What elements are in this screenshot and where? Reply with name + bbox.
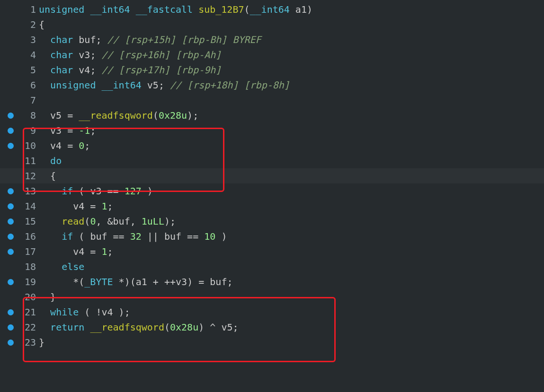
code-line-1[interactable]: 1unsigned __int64 __fastcall sub_12B7(__…: [0, 2, 544, 17]
code-text[interactable]: char v4; // [rsp+17h] [rbp-9h]: [39, 62, 221, 78]
breakpoint-icon[interactable]: [8, 188, 14, 194]
token-var: [39, 64, 50, 76]
breakpoint-icon[interactable]: [8, 309, 14, 315]
code-text[interactable]: do: [39, 153, 62, 168]
code-line-2[interactable]: 2{: [0, 17, 544, 32]
code-text[interactable]: v4 = 0;: [39, 138, 90, 153]
token-op: (: [153, 110, 159, 121]
code-text[interactable]: if ( v3 == 127 ): [39, 183, 153, 199]
breakpoint-gutter[interactable]: [0, 249, 21, 255]
code-line-8[interactable]: 8 v5 = __readfsqword(0x28u);: [0, 108, 544, 123]
code-line-10[interactable]: 10 v4 = 0;: [0, 138, 544, 153]
code-text[interactable]: v5 = __readfsqword(0x28u);: [39, 108, 198, 123]
code-text[interactable]: }: [39, 335, 45, 350]
token-var: v3: [79, 49, 90, 61]
breakpoint-icon[interactable]: [8, 203, 14, 209]
breakpoint-gutter[interactable]: [0, 143, 21, 149]
code-line-18[interactable]: 18 else: [0, 259, 544, 274]
breakpoint-gutter[interactable]: [0, 324, 21, 331]
code-line-15[interactable]: 15 read(0, &buf, 1uLL);: [0, 214, 544, 229]
code-line-9[interactable]: 9 v3 = -1;: [0, 123, 544, 138]
code-text[interactable]: return __readfsqword(0x28u) ^ v5;: [39, 320, 239, 335]
token-var: buf: [113, 216, 130, 227]
code-text[interactable]: {: [39, 168, 56, 183]
breakpoint-icon[interactable]: [8, 128, 14, 134]
code-line-12[interactable]: 12 {: [0, 168, 544, 183]
line-number: 16: [21, 229, 39, 244]
breakpoint-gutter[interactable]: [0, 309, 21, 315]
token-op: ,: [130, 216, 142, 227]
line-number: 5: [21, 62, 39, 78]
code-line-22[interactable]: 22 return __readfsqword(0x28u) ^ v5;: [0, 320, 544, 335]
code-line-13[interactable]: 13 if ( v3 == 127 ): [0, 183, 544, 199]
code-line-23[interactable]: 23}: [0, 335, 544, 350]
line-number: 13: [21, 183, 39, 199]
breakpoint-icon[interactable]: [8, 143, 14, 149]
breakpoint-gutter[interactable]: [0, 113, 21, 119]
line-number: 10: [21, 138, 39, 153]
code-text[interactable]: v3 = -1;: [39, 123, 96, 138]
code-text[interactable]: while ( !v4 );: [39, 305, 130, 320]
token-op: ;: [90, 125, 96, 136]
code-text[interactable]: v4 = 1;: [39, 244, 113, 259]
breakpoint-gutter[interactable]: [0, 234, 21, 240]
code-area[interactable]: 1unsigned __int64 __fastcall sub_12B7(__…: [0, 0, 544, 350]
token-op: ;: [84, 140, 90, 151]
token-var: v5 =: [39, 110, 79, 121]
code-line-4[interactable]: 4 char v3; // [rsp+16h] [rbp-Ah]: [0, 47, 544, 62]
token-kw: __int64: [90, 4, 135, 15]
token-fn: sub_12B7: [198, 4, 244, 15]
line-number: 12: [21, 168, 39, 183]
code-line-21[interactable]: 21 while ( !v4 );: [0, 305, 544, 320]
code-text[interactable]: unsigned __int64 v5; // [rsp+18h] [rbp-8…: [39, 78, 290, 93]
breakpoint-icon[interactable]: [8, 218, 14, 225]
breakpoint-icon[interactable]: [8, 249, 14, 255]
code-text[interactable]: char buf; // [rsp+15h] [rbp-Bh] BYREF: [39, 32, 261, 47]
code-line-16[interactable]: 16 if ( buf == 32 || buf == 10 ): [0, 229, 544, 244]
token-op: (: [73, 231, 90, 242]
breakpoint-gutter[interactable]: [0, 203, 21, 209]
code-line-7[interactable]: 7: [0, 93, 544, 108]
breakpoint-gutter[interactable]: [0, 128, 21, 134]
code-text[interactable]: unsigned __int64 __fastcall sub_12B7(__i…: [39, 2, 312, 17]
code-text[interactable]: read(0, &buf, 1uLL);: [39, 214, 176, 229]
code-line-11[interactable]: 11 do: [0, 153, 544, 168]
code-line-5[interactable]: 5 char v4; // [rsp+17h] [rbp-9h]: [0, 62, 544, 78]
breakpoint-icon[interactable]: [8, 324, 14, 331]
token-var: [39, 261, 62, 272]
breakpoint-icon[interactable]: [8, 234, 14, 240]
code-text[interactable]: char v3; // [rsp+16h] [rbp-Ah]: [39, 47, 221, 62]
breakpoint-icon[interactable]: [8, 279, 14, 285]
token-var: v4 =: [39, 246, 101, 257]
breakpoint-icon[interactable]: [8, 113, 14, 119]
token-num: 0: [90, 216, 96, 227]
breakpoint-gutter[interactable]: [0, 218, 21, 225]
line-number: 19: [21, 274, 39, 289]
code-text[interactable]: }: [39, 289, 56, 305]
code-text[interactable]: v4 = 1;: [39, 199, 113, 214]
code-line-6[interactable]: 6 unsigned __int64 v5; // [rsp+18h] [rbp…: [0, 78, 544, 93]
code-text[interactable]: else: [39, 259, 84, 274]
token-var: v3: [90, 185, 101, 197]
code-line-17[interactable]: 17 v4 = 1;: [0, 244, 544, 259]
token-var: v4 =: [39, 140, 79, 151]
breakpoint-icon[interactable]: [8, 340, 14, 346]
token-num: 1: [101, 200, 107, 212]
token-num: 1: [101, 246, 107, 257]
code-text[interactable]: *(_BYTE *)(a1 + ++v3) = buf;: [39, 274, 232, 289]
code-line-19[interactable]: 19 *(_BYTE *)(a1 + ++v3) = buf;: [0, 274, 544, 289]
token-var: v4 =: [39, 200, 101, 212]
token-var: v3 =: [39, 125, 79, 136]
code-line-20[interactable]: 20 }: [0, 289, 544, 305]
code-text[interactable]: if ( buf == 32 || buf == 10 ): [39, 229, 227, 244]
token-kw: if: [62, 185, 73, 197]
breakpoint-gutter[interactable]: [0, 188, 21, 194]
breakpoint-gutter[interactable]: [0, 279, 21, 285]
code-line-3[interactable]: 3 char buf; // [rsp+15h] [rbp-Bh] BYREF: [0, 32, 544, 47]
code-line-14[interactable]: 14 v4 = 1;: [0, 199, 544, 214]
code-text[interactable]: {: [39, 17, 45, 32]
token-var: [39, 216, 62, 227]
token-var: [39, 34, 50, 45]
line-number: 9: [21, 123, 39, 138]
breakpoint-gutter[interactable]: [0, 340, 21, 346]
